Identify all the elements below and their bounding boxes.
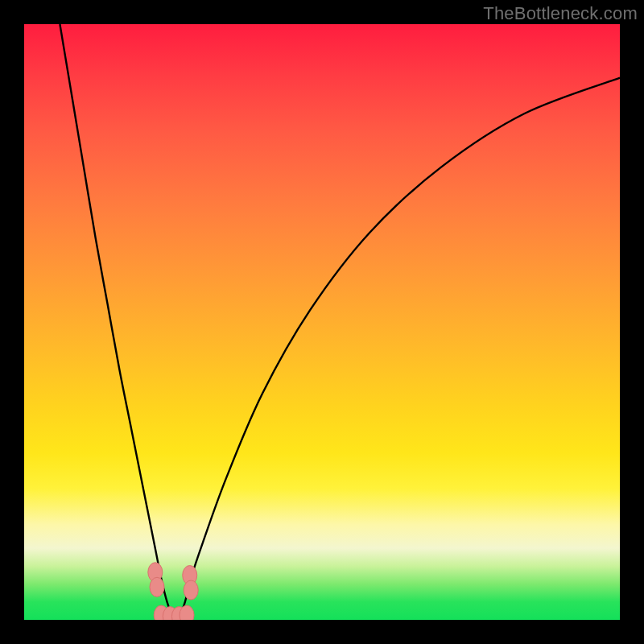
curve-marker [180,605,194,620]
curve-minimum-markers [148,563,198,620]
bottleneck-curve [60,24,620,619]
chart-frame: TheBottleneck.com [0,0,644,644]
curve-marker [184,580,198,600]
chart-plot-area [24,24,620,620]
curve-marker [150,577,164,597]
watermark-text: TheBottleneck.com [483,3,638,24]
bottleneck-curve-svg [24,24,620,620]
